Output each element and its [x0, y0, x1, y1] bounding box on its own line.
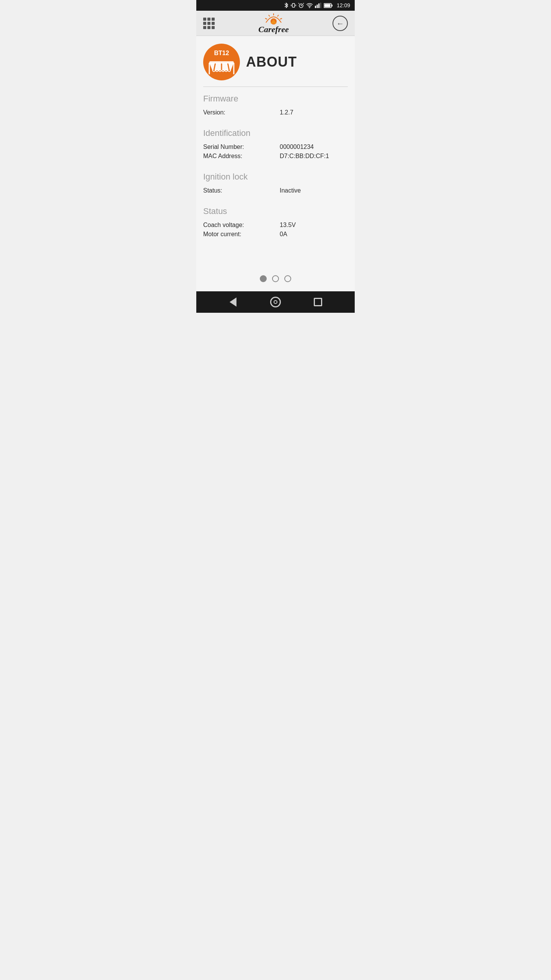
svg-point-8 — [309, 7, 310, 8]
version-row: Version: 1.2.7 — [203, 109, 348, 116]
svg-rect-15 — [324, 4, 330, 7]
version-value: 1.2.7 — [280, 109, 293, 116]
nav-bar: Carefree ← — [196, 11, 355, 36]
ignition-status-row: Status: Inactive — [203, 187, 348, 194]
alarm-icon — [298, 2, 304, 8]
motor-current-label: Motor current: — [203, 231, 280, 238]
serial-row: Serial Number: 0000001234 — [203, 144, 348, 150]
svg-rect-11 — [318, 3, 320, 8]
identification-section-title: Identification — [203, 128, 348, 138]
svg-rect-10 — [316, 5, 318, 8]
ignition-status-label: Status: — [203, 187, 280, 194]
svg-rect-0 — [292, 3, 295, 7]
svg-rect-14 — [331, 5, 333, 7]
status-section-title: Status — [203, 206, 348, 216]
status-section: Status Coach voltage: 13.5V Motor curren… — [196, 199, 355, 243]
battery-icon — [324, 3, 333, 8]
svg-rect-12 — [320, 3, 321, 8]
recents-nav-icon — [314, 298, 322, 306]
firmware-section: Firmware Version: 1.2.7 — [196, 87, 355, 121]
bottom-nav — [196, 291, 355, 313]
svg-line-7 — [303, 3, 304, 4]
mac-row: MAC Address: D7:C:BB:DD:CF:1 — [203, 153, 348, 160]
ignition-lock-section-title: Ignition lock — [203, 172, 348, 182]
app-logo: Carefree — [258, 13, 289, 34]
svg-rect-9 — [315, 6, 316, 8]
svg-line-20 — [265, 18, 267, 19]
firmware-section-title: Firmware — [203, 94, 348, 104]
device-icon: BT12 — [203, 44, 240, 80]
coach-voltage-label: Coach voltage: — [203, 222, 280, 229]
pagination-dot-2[interactable] — [272, 275, 279, 282]
awning-icon — [208, 57, 235, 77]
svg-line-6 — [298, 3, 299, 4]
motor-current-value: 0A — [280, 231, 287, 238]
back-button[interactable]: ← — [333, 16, 348, 31]
motor-current-row: Motor current: 0A — [203, 231, 348, 238]
logo-text: Carefree — [258, 25, 289, 34]
pagination-dots — [196, 266, 355, 291]
coach-voltage-row: Coach voltage: 13.5V — [203, 222, 348, 229]
status-time: 12:09 — [337, 2, 350, 8]
serial-value: 0000001234 — [280, 144, 314, 150]
svg-line-18 — [269, 15, 270, 16]
home-nav-button[interactable] — [267, 294, 284, 310]
menu-button[interactable] — [203, 18, 215, 29]
back-nav-icon — [230, 297, 236, 307]
svg-rect-27 — [209, 61, 234, 64]
ignition-status-value: Inactive — [280, 187, 301, 194]
status-icons — [284, 2, 333, 8]
identification-section: Identification Serial Number: 0000001234… — [196, 121, 355, 165]
svg-line-21 — [280, 18, 282, 19]
signal-icon — [315, 3, 322, 8]
bluetooth-icon — [284, 2, 289, 8]
mac-label: MAC Address: — [203, 153, 280, 160]
home-nav-icon — [270, 297, 281, 307]
page-header: BT12 ABOUT — [196, 36, 355, 87]
back-arrow-icon: ← — [336, 20, 344, 27]
logo-sun-icon — [262, 13, 285, 24]
pagination-dot-1[interactable] — [260, 275, 267, 282]
home-nav-inner-icon — [274, 300, 277, 304]
mac-value: D7:C:BB:DD:CF:1 — [280, 153, 329, 160]
svg-line-19 — [277, 15, 279, 16]
coach-voltage-value: 13.5V — [280, 222, 296, 229]
back-nav-button[interactable] — [225, 294, 241, 310]
ignition-lock-section: Ignition lock Status: Inactive — [196, 165, 355, 199]
version-label: Version: — [203, 109, 280, 116]
recents-nav-button[interactable] — [310, 294, 326, 310]
pagination-dot-3[interactable] — [284, 275, 291, 282]
main-content: BT12 ABOUT Firmware Vers — [196, 36, 355, 291]
status-bar: 12:09 — [196, 0, 355, 11]
device-label: BT12 — [214, 50, 229, 57]
serial-label: Serial Number: — [203, 144, 280, 150]
vibrate-icon — [291, 2, 296, 8]
wifi-icon — [306, 3, 313, 8]
page-title: ABOUT — [246, 54, 297, 70]
